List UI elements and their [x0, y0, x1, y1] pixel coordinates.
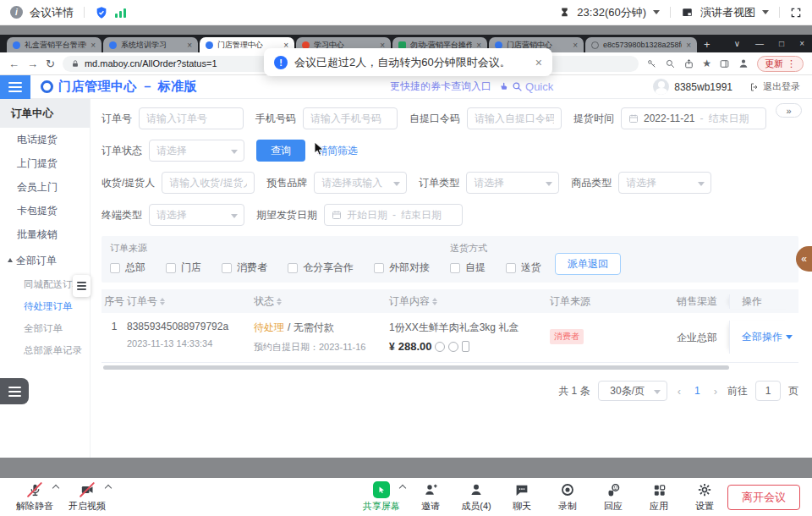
brand-select[interactable]: 请选择或输入 [314, 172, 407, 194]
goods-type-select[interactable]: 请选择 [618, 172, 711, 194]
sidebar-sub-all-orders[interactable]: 全部订单 [0, 317, 90, 339]
browser-tab[interactable]: e8c573980b1328a258fd2e6... × [585, 37, 697, 52]
delivery-option-delivery[interactable]: 送货 [506, 261, 541, 275]
notification-close-icon[interactable]: × [535, 56, 542, 69]
sort-icon[interactable] [160, 295, 165, 308]
receiver-input[interactable] [162, 172, 255, 194]
meeting-details-label[interactable]: 会议详情 [30, 5, 74, 20]
pickup-code-input[interactable] [467, 107, 562, 129]
start-date-value[interactable]: 2022-11-21 [644, 113, 695, 124]
source-option-external[interactable]: 外部对接 [374, 261, 430, 275]
fullscreen-icon[interactable] [790, 7, 802, 19]
browser-tab[interactable]: 系统培训学习 × [103, 37, 198, 52]
sidebar-collapse-handle[interactable] [73, 275, 91, 297]
view-mode-selector[interactable]: 演讲者视图 [700, 5, 755, 20]
back-button[interactable]: ← [8, 58, 19, 70]
settings-button[interactable]: 设置 [682, 480, 727, 515]
minimize-button[interactable]: — [748, 35, 771, 52]
chat-button[interactable]: 聊天 [499, 480, 545, 515]
start-date-placeholder[interactable]: 开始日期 [347, 208, 387, 222]
all-actions-dropdown[interactable]: 全部操作 [742, 330, 793, 344]
source-option-store[interactable]: 门店 [166, 261, 201, 275]
coupon-query-link[interactable]: 更快捷的券卡查询入口 [390, 80, 491, 94]
source-option-warehouse-share[interactable]: 仓分享合作 [288, 261, 354, 275]
side-panel-icon[interactable] [719, 58, 730, 69]
order-no-input[interactable] [139, 107, 244, 129]
delivery-option-self-pickup[interactable]: 自提 [450, 261, 486, 275]
mic-options-caret[interactable] [52, 484, 59, 491]
prev-page-button[interactable]: ‹ [675, 385, 683, 398]
bookmark-star-icon[interactable]: ★ [702, 58, 711, 69]
record-button[interactable]: 录制 [545, 480, 590, 515]
share-options-caret[interactable] [399, 484, 406, 491]
checkbox[interactable] [110, 263, 120, 273]
profile-icon[interactable] [738, 58, 749, 69]
checkbox[interactable] [374, 263, 384, 273]
invite-button[interactable]: 邀请 [408, 480, 453, 515]
expect-ship-date-range[interactable]: 开始日期 - 结束日期 [324, 204, 463, 226]
sort-icon[interactable] [432, 295, 437, 308]
security-shield-icon[interactable] [95, 6, 108, 19]
col-status[interactable]: 状态 [254, 294, 389, 309]
logout-button[interactable]: 退出登录 [749, 80, 800, 93]
checkbox[interactable] [222, 263, 232, 273]
checkbox[interactable] [166, 263, 176, 273]
apps-button[interactable]: 应用 [636, 480, 682, 515]
page-size-select[interactable]: 30条/页 [598, 381, 667, 401]
order-number[interactable]: 83859345088979792a [127, 321, 254, 332]
phone-input[interactable] [303, 107, 398, 129]
network-signal-icon[interactable] [115, 8, 126, 18]
col-order-no[interactable]: 订单号 [127, 294, 254, 309]
tab-close-icon[interactable]: × [573, 41, 578, 50]
share-icon[interactable] [683, 58, 694, 69]
sidebar-item-door-pickup[interactable]: 上门提货 [0, 151, 90, 175]
meeting-timer[interactable]: 23:32(60分钟) [577, 5, 646, 20]
sidebar-item-phone-pickup[interactable]: 电话提货 [0, 128, 90, 151]
tab-close-icon[interactable]: × [187, 41, 192, 50]
meeting-member-list-button[interactable] [0, 378, 29, 404]
col-content[interactable]: 订单内容 [389, 294, 550, 309]
source-option-hq[interactable]: 总部 [110, 261, 145, 275]
zoom-icon[interactable] [665, 58, 676, 69]
sidebar-sub-hq-dispatch[interactable]: 总部派单记录 [0, 339, 90, 361]
sort-icon[interactable] [277, 295, 282, 308]
sidebar-item-batch-verify[interactable]: 批量核销 [0, 222, 90, 246]
browser-tab[interactable]: 礼盒营销平台管理中心 × [7, 37, 102, 52]
meeting-info-icon[interactable]: i [10, 6, 23, 19]
more-menu-icon[interactable]: ⋮ [787, 58, 796, 69]
checkbox[interactable] [506, 263, 516, 273]
end-date-placeholder[interactable]: 结束日期 [709, 112, 749, 126]
sidebar-item-member-visit[interactable]: 会员上门 [0, 175, 90, 199]
leave-meeting-button[interactable]: 离开会议 [727, 485, 800, 510]
quick-search[interactable]: Quick [498, 80, 553, 93]
horizontal-scrollbar[interactable] [103, 365, 729, 370]
source-option-consumer[interactable]: 消费者 [222, 261, 267, 275]
new-tab-button[interactable]: + [704, 38, 710, 51]
browser-update-button[interactable]: 更新 ⋮ [757, 56, 804, 72]
sidebar-item-card-pickup[interactable]: 卡包提货 [0, 199, 90, 222]
order-type-select[interactable]: 请选择 [466, 172, 559, 194]
tab-close-icon[interactable]: × [686, 41, 691, 50]
key-icon[interactable] [646, 58, 657, 69]
tab-search-icon[interactable]: ∨ [727, 35, 748, 52]
view-dropdown-icon[interactable] [762, 10, 769, 18]
menu-hamburger-button[interactable] [0, 75, 30, 99]
sidebar-group-all-orders[interactable]: 全部订单 [0, 248, 90, 273]
checkbox[interactable] [450, 263, 460, 273]
reload-button[interactable]: ↻ [46, 58, 55, 70]
forward-button[interactable]: → [27, 58, 38, 70]
next-page-button[interactable]: › [711, 385, 720, 398]
terminal-type-select[interactable]: 请选择 [149, 204, 244, 226]
tab-close-icon[interactable]: × [91, 41, 96, 50]
maximize-button[interactable]: □ [771, 35, 792, 52]
start-video-button[interactable]: 开启视频 [61, 480, 113, 515]
end-date-placeholder[interactable]: 结束日期 [401, 208, 442, 222]
goto-page-input[interactable] [755, 381, 781, 401]
video-options-caret[interactable] [105, 484, 112, 491]
timer-dropdown-icon[interactable] [653, 10, 660, 18]
search-button[interactable]: 查询 [256, 140, 305, 162]
reactions-button[interactable]: 回应 [590, 480, 636, 515]
collapse-filters-button[interactable]: » [776, 103, 802, 118]
pickup-time-range[interactable]: 2022-11-21 - 结束日期 [621, 107, 766, 129]
checkbox[interactable] [288, 263, 298, 273]
